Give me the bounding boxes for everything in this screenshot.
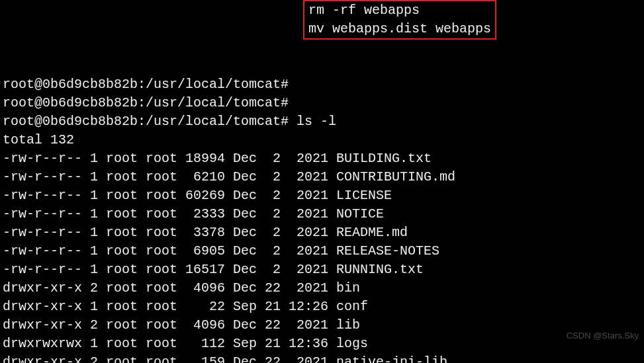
terminal-output[interactable]: root@0b6d9cb8b82b:/usr/local/tomcat#root…: [3, 75, 641, 363]
file-row: drwxr-xr-x 1 root root 22 Sep 21 12:26 c…: [3, 298, 641, 316]
highlighted-commands: rm -rf webappsmv webapps.dist webapps: [303, 0, 496, 40]
command-text: ls -l: [297, 114, 336, 129]
command-text: mv webapps.dist webapps: [308, 20, 491, 38]
file-row: -rw-r--r-- 1 root root 2333 Dec 2 2021 N…: [3, 205, 641, 223]
watermark: CSDN @Stars.Sky: [567, 330, 639, 342]
file-row: -rw-r--r-- 1 root root 18994 Dec 2 2021 …: [3, 149, 641, 168]
file-row: drwxrwxrwx 1 root root 112 Sep 21 12:36 …: [3, 335, 641, 353]
shell-prompt: root@0b6d9cb8b82b:/usr/local/tomcat#: [3, 114, 289, 129]
file-row: drwxr-xr-x 2 root root 4096 Dec 22 2021 …: [3, 279, 641, 298]
command-text: rm -rf webapps: [308, 1, 491, 20]
total-line: total 132: [3, 131, 641, 149]
file-row: -rw-r--r-- 1 root root 3378 Dec 2 2021 R…: [3, 223, 641, 242]
file-row: -rw-r--r-- 1 root root 6905 Dec 2 2021 R…: [3, 242, 641, 261]
prompt-line: root@0b6d9cb8b82b:/usr/local/tomcat#: [3, 75, 641, 94]
file-row: -rw-r--r-- 1 root root 16517 Dec 2 2021 …: [3, 261, 641, 279]
shell-prompt: root@0b6d9cb8b82b:/usr/local/tomcat#: [3, 77, 289, 92]
file-row: -rw-r--r-- 1 root root 60269 Dec 2 2021 …: [3, 186, 641, 205]
prompt-line: root@0b6d9cb8b82b:/usr/local/tomcat# ls …: [3, 112, 641, 131]
file-row: -rw-r--r-- 1 root root 6210 Dec 2 2021 C…: [3, 168, 641, 186]
file-row: drwxr-xr-x 2 root root 4096 Dec 22 2021 …: [3, 316, 641, 335]
shell-prompt: root@0b6d9cb8b82b:/usr/local/tomcat#: [3, 95, 289, 110]
file-row: drwxr-xr-x 2 root root 159 Dec 22 2021 n…: [3, 353, 641, 363]
prompt-line: root@0b6d9cb8b82b:/usr/local/tomcat#: [3, 94, 641, 112]
